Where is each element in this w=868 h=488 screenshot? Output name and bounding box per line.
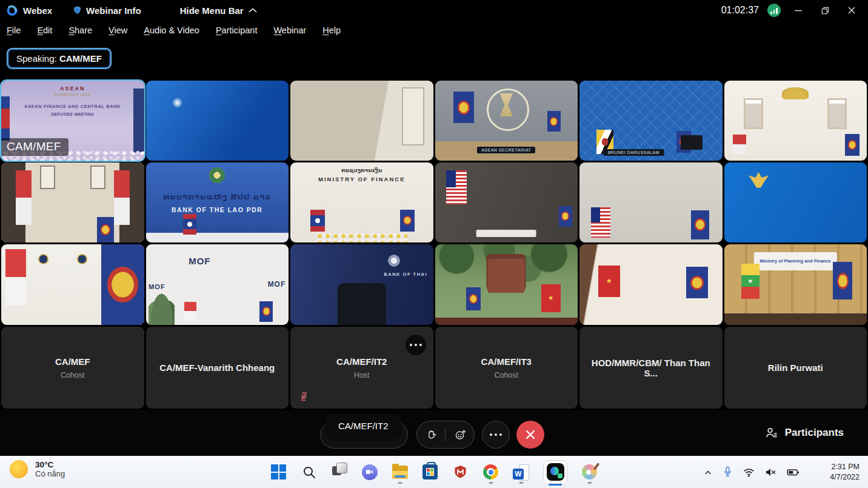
portrait-frame (90, 165, 105, 189)
laos-flag (183, 214, 196, 235)
audio-tile[interactable]: CA/MEF-Vanarith Chheang (146, 327, 289, 409)
task-view-button[interactable] (331, 460, 347, 484)
org-logo (173, 98, 182, 107)
asean-flag (559, 206, 572, 227)
indonesia-flag (733, 135, 746, 154)
video-tile[interactable] (290, 81, 433, 161)
tile-more-options-button[interactable] (406, 335, 426, 355)
video-tile-cam-mef[interactable]: ASEAN CAMBODIA 2022 ASEAN FINANCE AND CE… (1, 81, 144, 161)
video-tile-malaysia[interactable] (435, 162, 578, 242)
audio-tile[interactable]: CA/MEF Cohost (1, 327, 144, 409)
restore-button[interactable] (816, 2, 834, 18)
asean-flag (133, 89, 144, 153)
microsoft-store-button[interactable] (422, 460, 438, 484)
video-tile-singapore-mas[interactable] (1, 244, 144, 325)
cambodia-flag (1, 96, 10, 141)
teams-chat-button[interactable] (361, 460, 378, 484)
menu-view[interactable]: View (109, 25, 127, 35)
audio-tile[interactable]: Rilin Purwati (724, 327, 867, 409)
participant-role: Cohost (61, 371, 85, 379)
menu-edit[interactable]: Edit (37, 25, 52, 35)
asean-flag (691, 210, 709, 239)
participants-button[interactable]: Participants (764, 426, 844, 440)
asean-flag (453, 92, 474, 123)
video-tile[interactable] (146, 81, 289, 161)
portrait-frame (744, 98, 763, 129)
chair (338, 283, 386, 325)
webinar-info-label: Webinar Info (86, 5, 141, 16)
tray-chevron-up-icon[interactable] (703, 467, 713, 477)
search-button[interactable] (301, 460, 317, 484)
reactions-button[interactable] (453, 428, 467, 441)
menu-help[interactable]: Help (322, 25, 341, 35)
taskbar-clock[interactable]: 2:31 PM 4/7/2022 (830, 456, 860, 488)
clock-date: 4/7/2022 (830, 472, 860, 483)
menu-webinar[interactable]: Webinar (273, 25, 306, 35)
ellipsis-icon (490, 433, 502, 436)
audio-tile-host[interactable]: CA/MEF/IT2 Host (290, 327, 433, 409)
menu-participant[interactable]: Participant (216, 25, 258, 35)
chrome-icon (483, 464, 498, 480)
backdrop-text: BANK OF THAI (384, 272, 427, 277)
close-icon[interactable] (843, 2, 861, 18)
video-tile-asean-secretariat[interactable]: ASEAN SECRETARIAT (435, 81, 578, 161)
connection-signal-icon[interactable] (767, 4, 781, 17)
video-tile-vietnam[interactable] (579, 244, 723, 325)
laos-emblem (209, 167, 225, 183)
word-button[interactable]: W (513, 460, 529, 484)
webinar-info-button[interactable]: Webinar Info (73, 5, 141, 16)
backdrop-text: BANK OF THE LAO PDR (146, 206, 289, 214)
video-tile[interactable] (724, 162, 867, 242)
hide-menu-bar-button[interactable]: Hide Menu Bar (180, 5, 258, 16)
backdrop-text: MINISTRY OF FINANCE (290, 176, 433, 184)
vietnam-flag (541, 284, 561, 312)
singapore-flag (5, 249, 26, 306)
menu-file[interactable]: File (7, 25, 21, 35)
bot-emblem (388, 255, 400, 267)
video-tile-myanmar[interactable]: Ministry of Planning and Finance (724, 244, 867, 325)
desk (724, 313, 867, 325)
video-tile-bank-thailand[interactable]: BANK OF THAI (290, 244, 433, 325)
video-tile-bank-lao[interactable]: ທະນາຄານແຫ່ງ ສປປ ລາວ BANK OF THE LAO PDR (146, 162, 289, 242)
video-tile-singapore-mof[interactable]: MOF MOF MOF (146, 244, 289, 325)
laptop (681, 135, 702, 150)
volume-muted-icon[interactable] (764, 467, 777, 478)
menu-audio-video[interactable]: Audio & Video (144, 25, 199, 35)
weather-temp: 30°C (35, 460, 65, 469)
start-button[interactable] (270, 460, 287, 484)
video-tile-vietnam-outdoor[interactable] (435, 244, 578, 325)
video-tile-indonesia[interactable] (724, 81, 867, 161)
video-tile-malaysia-2[interactable] (579, 162, 723, 242)
battery-icon[interactable] (786, 467, 800, 478)
wifi-icon[interactable] (743, 467, 755, 478)
word-icon: W (513, 464, 529, 480)
ministry-sign: Ministry of Planning and Finance (754, 252, 837, 270)
video-tile[interactable] (1, 162, 144, 242)
file-explorer-button[interactable] (392, 460, 408, 484)
webex-taskbar-button[interactable] (543, 458, 567, 486)
minimize-button[interactable] (789, 2, 807, 18)
malaysia-flag (591, 207, 610, 238)
singapore-flag (184, 302, 196, 320)
video-tile-mof-laos[interactable]: ກະຊວງການເງິນ MINISTRY OF FINANCE (290, 162, 433, 242)
weather-widget[interactable]: 30°C Có nắng (10, 460, 65, 478)
flower-decoration (316, 233, 407, 242)
close-icon (525, 429, 536, 440)
paint-button[interactable] (581, 460, 598, 484)
microphone-in-use-icon[interactable] (722, 466, 733, 478)
app-name: Webex (23, 5, 52, 16)
control-bar: CA/MEF/IT2 Participants (0, 410, 868, 456)
audio-tile[interactable]: CA/MEF/IT3 Cohost (435, 327, 578, 409)
video-tile-brunei[interactable]: BRUNEI DARUSSALAM (579, 81, 723, 161)
audio-tile[interactable]: HOD/MMR/CBM/ Than Than S... (579, 327, 723, 409)
more-options-button[interactable] (482, 421, 510, 449)
chrome-button[interactable] (482, 460, 499, 484)
mcafee-button[interactable] (452, 460, 469, 484)
menu-share[interactable]: Share (68, 25, 92, 35)
leave-meeting-button[interactable] (516, 421, 544, 449)
store-icon (422, 464, 438, 480)
portrait-frame (40, 165, 55, 189)
raise-hand-button[interactable] (425, 429, 438, 441)
ellipsis-icon (410, 344, 422, 346)
backdrop-text-lao: ກະຊວງການເງິນ (290, 167, 433, 174)
